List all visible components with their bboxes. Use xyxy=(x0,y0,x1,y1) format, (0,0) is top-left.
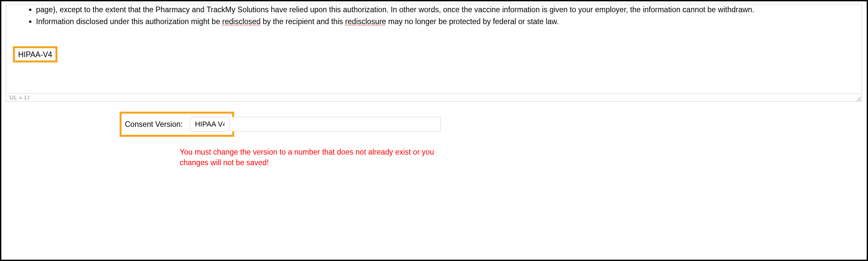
rich-text-editor[interactable]: page), except to the extent that the Pha… xyxy=(6,4,862,102)
resize-handle-icon[interactable] xyxy=(857,96,861,101)
consent-version-label: Consent Version: xyxy=(125,120,183,129)
consent-version-highlight: Consent Version: xyxy=(120,112,234,137)
list-item: Information disclosed under this authori… xyxy=(36,16,855,27)
list-item-text: page), except to the extent that the Pha… xyxy=(36,5,754,14)
list-item-text-part: Information disclosed under this authori… xyxy=(36,17,222,26)
editor-statusbar: UL » LI xyxy=(6,93,862,102)
statusbar-path[interactable]: UL » LI xyxy=(9,94,30,101)
list-item-text-part: by the recipient and this xyxy=(260,17,345,26)
consent-version-input[interactable] xyxy=(190,117,229,132)
version-warning-text: You must change the version to a number … xyxy=(180,147,437,168)
version-tag-highlight: HIPAA-V4 xyxy=(13,46,58,62)
list-item: page), except to the extent that the Pha… xyxy=(36,4,855,15)
consent-version-row: Consent Version: xyxy=(120,112,867,137)
svg-line-2 xyxy=(860,100,861,101)
spellcheck-word[interactable]: redisclosure xyxy=(345,17,386,26)
version-tag-text: HIPAA-V4 xyxy=(18,50,52,59)
bullet-list: page), except to the extent that the Pha… xyxy=(13,4,855,27)
consent-version-input-extended[interactable] xyxy=(232,117,441,132)
editor-content-area[interactable]: page), except to the extent that the Pha… xyxy=(6,4,862,93)
list-item-text-part: may no longer be protected by federal or… xyxy=(386,17,559,26)
spellcheck-word[interactable]: redisclosed xyxy=(222,17,260,26)
